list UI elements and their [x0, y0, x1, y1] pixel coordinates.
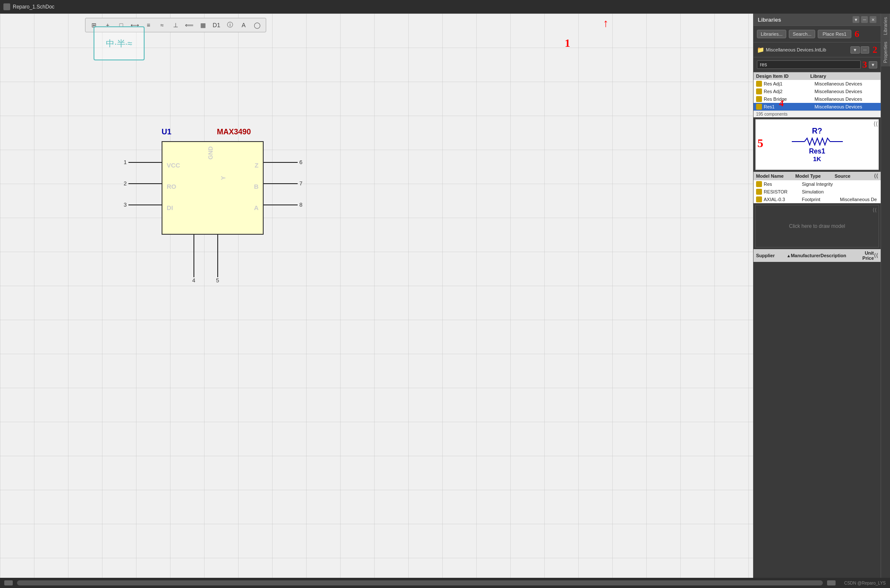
toolbar-perp[interactable]: ⊥ [171, 20, 181, 30]
ic-pin-ro: RO [167, 176, 180, 197]
pin-num-5: 5 [216, 277, 219, 284]
draw-model-text: Click here to draw model [789, 223, 845, 229]
attribution-text: CSDN @Reparo_LYS [844, 581, 886, 585]
component-list: Design Item ID Library Res Adj1 Miscella… [754, 72, 881, 117]
comp-id-resadj2: Res Adj2 [764, 89, 815, 94]
pv-line-left [792, 141, 805, 142]
comp-row-resbridge[interactable]: Res Bridge Miscellaneous Devices [754, 95, 881, 103]
preview-resistor [792, 137, 843, 146]
ic-pin-z: Z [254, 155, 259, 176]
supplier-collapse-btn[interactable]: ⟨⟨ [874, 253, 878, 258]
preview-symbol: R? Res1 1K [792, 127, 843, 162]
annotation-2: 2 [873, 44, 877, 55]
annotation-5: 5 [757, 136, 763, 150]
lib-selector-more-btn[interactable]: ··· [861, 46, 869, 54]
toolbar-info[interactable]: ⓘ [225, 20, 235, 30]
col-header-supplier: Supplier [756, 253, 786, 258]
toolbar-align[interactable]: ≡ [143, 20, 154, 30]
libraries-button[interactable]: Libraries... [757, 30, 786, 38]
comp-icon-resadj2 [756, 88, 762, 94]
model-row-res: Res Signal Integrity [754, 180, 881, 188]
comp-lib-res1: Miscellaneous Devices [815, 104, 878, 109]
ic-part-label: MAX3490 [217, 128, 251, 136]
pin-line-h-1 [128, 162, 162, 163]
search-dropdown-btn[interactable]: ▼ [869, 61, 877, 68]
toolbar-grid[interactable]: ▦ [198, 20, 208, 30]
ic-right-labels: Z B A [254, 155, 259, 219]
comp-lib-resbridge: Miscellaneous Devices [815, 97, 878, 102]
ic-pin-b: B [254, 176, 259, 197]
annotation-3: 3 [862, 59, 867, 70]
model-type-res: Signal Integrity [802, 182, 840, 187]
panel-header-buttons: ▼ ─ ✕ [853, 16, 876, 23]
ic-pin-di: DI [167, 197, 180, 219]
comp-list-header: Design Item ID Library [754, 72, 881, 80]
pin-line-h-7 [264, 183, 298, 184]
lib-selector-buttons: ▼ ··· [850, 46, 869, 54]
col-header-id: Design Item ID [756, 74, 810, 79]
ic-pin-line-8: 8 [264, 202, 302, 208]
ic-y-label: Y [220, 176, 227, 180]
panel-minimize-btn[interactable]: ─ [861, 16, 868, 23]
search-button[interactable]: Search... [789, 30, 815, 38]
toolbar-d1[interactable]: D1 [211, 20, 222, 30]
main-layout: ⊞ + □ ⟷ ≡ ≈ ⊥ ⟸ ▦ D1 ⓘ A ◯ 中·半·≈ U1 MAX3… [0, 14, 890, 578]
pin-num-4: 4 [192, 277, 195, 284]
toolbar-text[interactable]: A [239, 20, 249, 30]
lib-selector-dropdown-btn[interactable]: ▼ [850, 46, 860, 54]
supplier-section: Supplier ▲ Manufacturer Description Unit… [754, 249, 881, 287]
lib-folder-icon: 📁 [757, 46, 764, 53]
canvas-area: ⊞ + □ ⟷ ≡ ≈ ⊥ ⟸ ▦ D1 ⓘ A ◯ 中·半·≈ U1 MAX3… [0, 14, 753, 578]
draw-model-area[interactable]: ⟨⟨ Click here to draw model [755, 205, 879, 247]
pin-num-3: 3 [119, 202, 127, 208]
pin-line-v-4 [193, 235, 194, 277]
scroll-right-btn[interactable] [827, 580, 836, 585]
side-tabs: Libraries Properties [881, 14, 890, 578]
models-section: Model Name Model Type Source ⟨⟨ Res Sign… [754, 172, 881, 203]
lib-selector-text: Miscellaneous Devices.IntLib [766, 47, 849, 52]
lib-selector: 📁 Miscellaneous Devices.IntLib ▼ ··· 2 [754, 43, 881, 57]
model-row-resistor: RESISTOR Simulation [754, 188, 881, 196]
ic-ref-label: U1 [162, 128, 171, 136]
pin-num-2: 2 [119, 180, 127, 187]
pin-num-6: 6 [299, 159, 302, 165]
ic-pin-line-3: 3 [119, 202, 162, 208]
toolbar-approx[interactable]: ≈ [157, 20, 167, 30]
comp-row-resadj2[interactable]: Res Adj2 Miscellaneous Devices [754, 88, 881, 95]
ic-box: VCC RO DI Z B A GND Y [162, 141, 264, 235]
draw-model-collapse-btn[interactable]: ⟨⟨ [873, 207, 877, 213]
toolbar-arrow[interactable]: ⟸ [184, 20, 194, 30]
ic-pin-line-4: 4 [192, 235, 195, 284]
comp-id-res1: Res1 [764, 104, 815, 109]
toolbar-circle[interactable]: ◯ [252, 20, 262, 30]
col-header-source: Source [835, 173, 874, 179]
models-collapse-btn[interactable]: ⟨⟨ [874, 173, 878, 179]
supplier-content [754, 262, 881, 287]
panel-close-btn[interactable]: ✕ [870, 16, 876, 23]
horizontal-scrollbar[interactable] [17, 580, 823, 585]
pin-num-8: 8 [299, 202, 302, 208]
panel-dropdown-btn[interactable]: ▼ [853, 16, 859, 23]
model-icon-res [756, 181, 762, 187]
supplier-header: Supplier ▲ Manufacturer Description Unit… [754, 249, 881, 262]
comp-lib-resadj2: Miscellaneous Devices [815, 89, 878, 94]
scroll-left-btn[interactable] [4, 580, 13, 585]
comp-row-res1[interactable]: Res1 Miscellaneous Devices [754, 103, 881, 111]
preview-collapse-btn[interactable]: ⟨⟨ [873, 120, 878, 127]
search-input[interactable] [757, 60, 861, 69]
annotation-1: 1 [565, 37, 570, 50]
symbol-thumbnail: 中·半·≈ [94, 26, 145, 60]
comp-icon-resadj1 [756, 81, 762, 87]
side-tab-properties[interactable]: Properties [881, 38, 890, 66]
ic-pin-vcc: VCC [167, 155, 180, 176]
ic-pin-line-1: 1 [119, 159, 162, 165]
pin-line-h-3 [128, 205, 162, 205]
side-tab-libraries[interactable]: Libraries [881, 14, 890, 38]
preview-area: ⟨⟨ 5 R? Res1 1K [755, 119, 879, 170]
lib-toolbar: Libraries... Search... Place Res1 6 [754, 26, 881, 43]
comp-row-resadj1[interactable]: Res Adj1 Miscellaneous Devices [754, 80, 881, 88]
place-button[interactable]: Place Res1 [818, 30, 851, 38]
symbol-chars: 中·半·≈ [106, 38, 132, 49]
ic-pin-line-5: 5 [216, 235, 219, 284]
ic-pin-line-6: 6 [264, 159, 302, 165]
